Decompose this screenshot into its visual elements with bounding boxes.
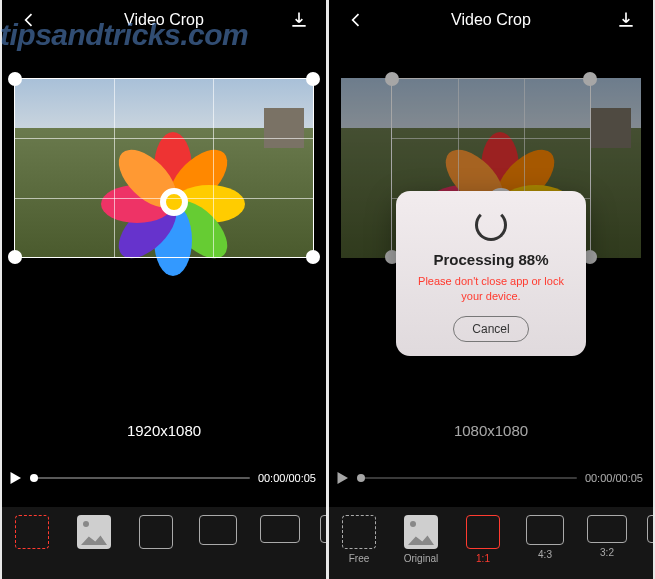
header: Video Crop (329, 0, 653, 40)
aspect-option-free[interactable]: Free (329, 515, 389, 564)
aspect-toolbar (2, 507, 326, 579)
image-icon (77, 515, 111, 549)
back-button[interactable] (16, 7, 42, 33)
screenshot-left: Video Crop (2, 0, 326, 579)
aspect-option-label: 3:2 (600, 547, 614, 558)
download-icon (289, 10, 309, 30)
back-button[interactable] (343, 7, 369, 33)
processing-headline: Processing 88% (410, 251, 572, 268)
cancel-button[interactable]: Cancel (453, 316, 528, 342)
aspect-option-label: Original (404, 553, 438, 564)
time-display: 00:00/00:05 (258, 472, 316, 484)
aspect-toolbar: FreeOriginal1:14:33:25 (329, 507, 653, 579)
processing-overlay: Processing 88% Please don't close app or… (329, 40, 653, 507)
aspect-option-original[interactable]: Original (391, 515, 451, 564)
crop-handle-bl[interactable] (8, 250, 22, 264)
video-canvas[interactable]: 1920x1080 00:00/00:05 (2, 40, 326, 507)
aspect-box-icon (260, 515, 300, 543)
aspect-box-icon (342, 515, 376, 549)
aspect-option-1-1[interactable]: 1:1 (453, 515, 513, 564)
play-icon (6, 469, 24, 487)
crop-rectangle[interactable] (14, 78, 314, 258)
play-button[interactable] (6, 469, 24, 487)
aspect-option-5-3[interactable]: 5 (639, 515, 653, 558)
aspect-option-4-3[interactable] (188, 515, 248, 549)
aspect-option-label: 1:1 (476, 553, 490, 564)
seek-track[interactable] (32, 477, 250, 479)
export-button[interactable] (613, 7, 639, 33)
crop-handle-tl[interactable] (8, 72, 22, 86)
aspect-box-icon (139, 515, 173, 549)
aspect-box-icon (526, 515, 564, 545)
dimension-label: 1920x1080 (2, 422, 326, 439)
arrow-left-icon (346, 10, 366, 30)
processing-warning: Please don't close app or lock your devi… (410, 274, 572, 304)
arrow-left-icon (19, 10, 39, 30)
playback-bar: 00:00/00:05 (6, 469, 316, 487)
aspect-option-free[interactable] (2, 515, 62, 553)
aspect-option-1-1[interactable] (126, 515, 186, 553)
crop-handle-tr[interactable] (306, 72, 320, 86)
aspect-box-icon (587, 515, 627, 543)
crop-handle-br[interactable] (306, 250, 320, 264)
video-canvas[interactable]: Processing 88% Please don't close app or… (329, 40, 653, 507)
export-button[interactable] (286, 7, 312, 33)
page-title: Video Crop (124, 11, 204, 29)
aspect-box-icon (466, 515, 500, 549)
aspect-box-icon (647, 515, 653, 543)
aspect-box-icon (199, 515, 237, 545)
processing-dialog: Processing 88% Please don't close app or… (396, 191, 586, 356)
aspect-option-4-3[interactable]: 4:3 (515, 515, 575, 560)
aspect-box-icon (15, 515, 49, 549)
spinner-icon (475, 209, 507, 241)
aspect-option-5-3[interactable] (312, 515, 326, 547)
aspect-option-original[interactable] (64, 515, 124, 553)
aspect-option-label: Free (349, 553, 370, 564)
page-title: Video Crop (451, 11, 531, 29)
header: Video Crop (2, 0, 326, 40)
seek-thumb[interactable] (30, 474, 38, 482)
aspect-box-icon (320, 515, 326, 543)
aspect-option-3-2[interactable] (250, 515, 310, 547)
image-icon (404, 515, 438, 549)
aspect-option-label: 4:3 (538, 549, 552, 560)
aspect-option-3-2[interactable]: 3:2 (577, 515, 637, 558)
download-icon (616, 10, 636, 30)
screenshot-right: Video Crop (329, 0, 653, 579)
